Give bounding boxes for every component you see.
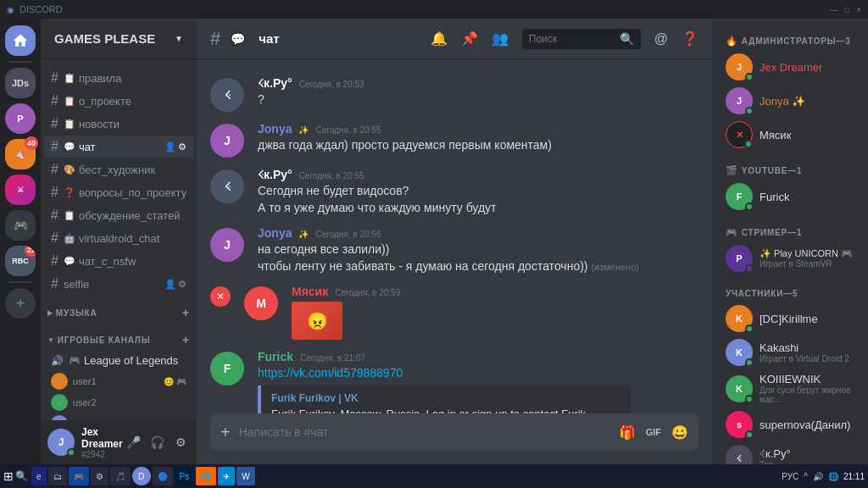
author-name: ꛇк.Ру° [258, 76, 292, 90]
member-koiiiewnik[interactable]: K KOIIIEWNIK Для суси берут жирное мас..… [719, 369, 861, 408]
add-channel-icon[interactable]: + [182, 333, 190, 347]
channel-selfie[interactable]: # selfie 👤 ⚙ [44, 273, 193, 295]
add-channel-icon[interactable]: + [182, 306, 190, 319]
taskbar-music[interactable]: 🎵 [110, 467, 131, 485]
user-info: Jex Dreamer #2942 [81, 426, 124, 459]
channel-label: чат [79, 141, 96, 153]
add-attachment-icon[interactable]: + [220, 423, 231, 442]
search-input[interactable] [529, 33, 620, 45]
server-avatar1[interactable]: 🦄 40 [5, 139, 36, 169]
member-jonya[interactable]: J Jonya ✨ [719, 84, 861, 118]
bell-icon[interactable]: 🔔 [431, 30, 448, 47]
emoji2-icon: 🎮 [176, 377, 186, 386]
message-group: ꛇ ꛇк.Ру° Сегодня, в 20:53 ? [197, 73, 712, 115]
member-supernova[interactable]: s supernova(Данил) [719, 408, 861, 441]
taskbar-browser[interactable]: 🌐 [196, 467, 216, 485]
members-icon[interactable]: 👥 [492, 30, 509, 47]
message-input[interactable] [239, 425, 619, 439]
member-tik[interactable]: ꛇ ꛇк.Ру° Тик [719, 441, 861, 464]
server-jds[interactable]: JDs [5, 68, 36, 98]
server-avatar4[interactable]: RBC 22 [5, 246, 36, 276]
discord-home-button[interactable] [5, 25, 36, 56]
gear-icon[interactable]: ⚙ [178, 279, 186, 290]
member-unicorn[interactable]: P ✨ Play UNICORN 🎮 Играет в SteamVR [719, 241, 861, 275]
message-avatar: F [210, 352, 244, 385]
search-icon: 🔍 [620, 32, 634, 46]
taskbar-ie[interactable]: e [31, 467, 47, 485]
member-kakashi[interactable]: K Kakashi Играет в Virtual Droid 2 [719, 336, 861, 369]
settings-button[interactable]: ⚙ [171, 433, 190, 452]
member-avatar: s [726, 411, 753, 438]
channel-icon: 🤖 [64, 233, 75, 244]
taskbar-photoshop[interactable]: Ps [175, 467, 195, 485]
mic-button[interactable]: 🎤 [124, 433, 142, 452]
delete-button[interactable]: ✕ [210, 286, 231, 307]
message-content: Jonya ✨ Сегодня, в 20:55 джва года ждал)… [258, 122, 698, 158]
help-icon[interactable]: ❓ [682, 30, 698, 47]
channel-o-proekte[interactable]: # 📋 о_проекте [44, 90, 193, 112]
channel-nsfw[interactable]: # 💬 чат_с_nsfw [44, 250, 193, 272]
member-info: Jex Dreamer [760, 61, 822, 74]
taskbar-telegram[interactable]: ✈ [218, 467, 235, 485]
voice-user-icons: 😊 🎮 [164, 377, 186, 386]
channel-novosti[interactable]: # 📋 новости [44, 113, 193, 135]
server-avatar3[interactable]: 🎮 [5, 210, 36, 241]
member-myasik[interactable]: ✕ Мясик [719, 118, 861, 152]
fire-icon: 🔥 [726, 36, 738, 47]
member-info: Kakashi Играет в Virtual Droid 2 [760, 341, 849, 363]
taskbar-game[interactable]: 🎮 [69, 467, 89, 485]
settings-icon[interactable]: 👤 [164, 279, 176, 290]
taskbar-chrome[interactable]: 🔵 [153, 467, 173, 485]
message-header: ꛇк.Ру° Сегодня, в 20:53 [258, 76, 698, 90]
channel-label: правила [79, 72, 121, 85]
close-btn[interactable]: × [856, 5, 861, 14]
channel-questions[interactable]: # ❓ вопросы_по_проекту [44, 181, 193, 203]
member-furick[interactable]: F Furick [719, 180, 861, 214]
gear-icon[interactable]: ⚙ [178, 141, 186, 152]
emoji-icon[interactable]: 😀 [671, 424, 688, 441]
voice-avatar: U [51, 394, 68, 411]
search-taskbar-icon[interactable]: 🔍 [15, 470, 28, 482]
channel-icon: 📋 [64, 96, 75, 107]
channel-chat[interactable]: # 💬 чат 👤 ⚙ [44, 136, 193, 158]
tray-expand-icon[interactable]: ^ [804, 472, 808, 481]
gift-icon[interactable]: 🎁 [619, 424, 636, 441]
search-bar[interactable]: 🔍 [522, 29, 641, 49]
volume-icon[interactable]: 🔊 [813, 472, 823, 481]
headphones-button[interactable]: 🎧 [147, 433, 166, 452]
taskbar-settings[interactable]: ⚙ [91, 467, 108, 485]
member-info: Furick [760, 191, 789, 203]
taskbar-word[interactable]: W [236, 467, 254, 485]
minimize-btn[interactable]: — [829, 5, 837, 14]
channel-sidebar: GAMES PLEASE ▼ # 📋 правила # 📋 о_проекте… [41, 19, 197, 464]
server-avatar2[interactable]: ⚔ [5, 175, 36, 205]
taskbar-files[interactable]: 🗂 [48, 467, 67, 485]
channel-league[interactable]: 🔊 🎮 League of Legends [44, 351, 193, 370]
channel-best-artist[interactable]: # 🎨 бест_художник [44, 158, 193, 180]
mention-icon[interactable]: @ [654, 31, 668, 47]
message-link[interactable]: https://vk.com/id579888970 [258, 366, 403, 380]
server-p[interactable]: P [5, 103, 36, 134]
taskbar-discord[interactable]: D [132, 467, 151, 485]
pin-icon[interactable]: 📌 [461, 30, 478, 47]
member-jex-dreamer[interactable]: J Jex Dreamer [719, 50, 861, 84]
network-icon[interactable]: 🌐 [828, 472, 838, 481]
streamer-section: 🎮 СТРИМЕР—1 P ✨ Play UNICORN 🎮 Играет в … [719, 224, 861, 275]
voice-user-3: U user3 ✕ [44, 413, 193, 420]
settings-icon[interactable]: 👤 [164, 141, 176, 152]
messages-container: ꛇ ꛇк.Ру° Сегодня, в 20:53 ? J Jonya ✨ Се [197, 59, 712, 413]
category-label: АДМИНИСТРАТОРЫ—3 [742, 36, 851, 46]
member-name: Мясик [760, 129, 791, 141]
message-content: Jonya ✨ Сегодня, в 20:56 на сегодня все … [258, 226, 698, 274]
category-music[interactable]: ▶ МУЗЫКА + [41, 296, 197, 323]
server-header[interactable]: GAMES PLEASE ▼ [41, 19, 197, 59]
channel-pravila[interactable]: # 📋 правила [44, 67, 193, 89]
member-kirillme[interactable]: K [DC]Kirillme [719, 302, 861, 336]
channel-virtualdroid[interactable]: # 🤖 virtualdroid_chat [44, 227, 193, 249]
category-gaming[interactable]: ▼ ИГРОВЫЕ КАНАЛЫ + [41, 323, 197, 350]
channel-articles[interactable]: # 📋 обсуждение_статей [44, 204, 193, 226]
add-server-button[interactable]: + [5, 288, 36, 319]
start-icon[interactable]: ⊞ [3, 469, 14, 483]
gif-icon[interactable]: GIF [646, 427, 661, 437]
maximize-btn[interactable]: □ [844, 5, 849, 14]
